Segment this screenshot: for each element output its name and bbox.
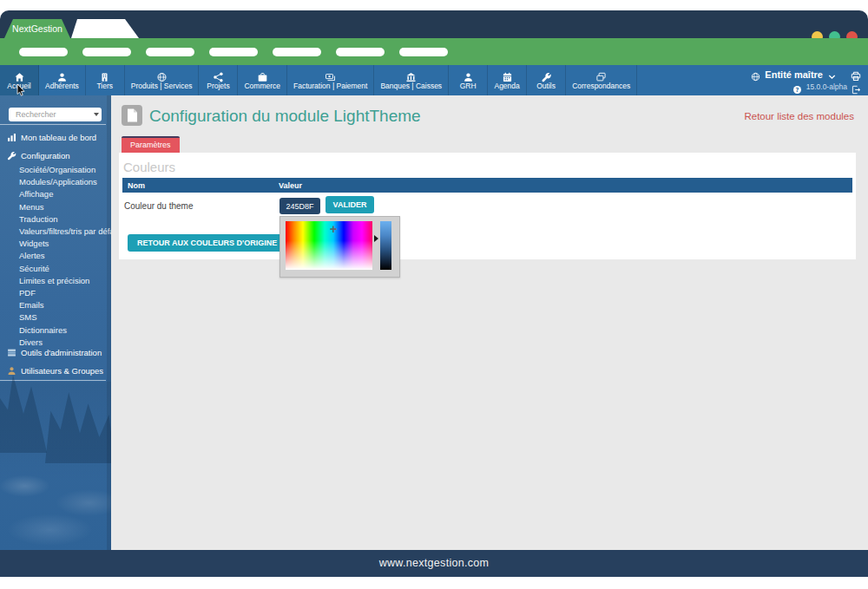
sidebar-subitem[interactable]: Affichage: [19, 188, 111, 200]
column-value: Valeur: [279, 181, 302, 190]
sidebar-search[interactable]: [9, 108, 102, 121]
sidebar-subitem[interactable]: Valeurs/filtres/tris par défaut: [19, 226, 111, 238]
chevron-down-icon[interactable]: [827, 69, 837, 79]
color-picker-popup: +: [279, 216, 400, 278]
topnav-item-label: GRH: [460, 82, 477, 90]
svg-text:?: ?: [795, 86, 799, 93]
topnav-item[interactable]: GRH: [449, 65, 488, 95]
sidebar-item[interactable]: Configuration: [7, 151, 70, 160]
topnav-item[interactable]: Produits | Services: [125, 65, 200, 95]
topnav-item-label: Correspondances: [572, 82, 630, 90]
topnav-item-label: Adhérents: [45, 82, 79, 90]
topnav-item[interactable]: Tiers: [86, 65, 125, 95]
wrench-icon: [541, 70, 552, 81]
topnav-item-label: Agenda: [494, 82, 519, 90]
sidebar-subitem[interactable]: PDF: [19, 287, 111, 299]
quick-menu-pill[interactable]: [336, 48, 385, 56]
mouse-cursor: [16, 84, 26, 97]
topnav-item[interactable]: Facturation | Paiement: [287, 65, 374, 95]
brand-tab[interactable]: NextGestion: [4, 19, 70, 38]
search-caret-icon[interactable]: [94, 113, 99, 116]
sidebar-item-label: Outils d'administration: [21, 348, 102, 357]
sidebar-item-label: Configuration: [21, 151, 70, 160]
tab-parametres[interactable]: Paramètres: [122, 136, 180, 153]
sidebar-subitem[interactable]: Divers: [19, 337, 111, 349]
quick-menu-pill[interactable]: [273, 48, 321, 56]
topnav-item-label: Outils: [536, 82, 556, 90]
topnav-item-label: Commerce: [244, 82, 280, 90]
column-name: Nom: [122, 181, 279, 190]
help-icon[interactable]: ?: [792, 82, 802, 92]
bank-icon: [405, 70, 417, 81]
app-body: Mon tableau de bordConfigurationSociété/…: [0, 95, 868, 550]
sidebar-subitem[interactable]: SMS: [19, 311, 111, 324]
sidebar-subitem[interactable]: Sécurité: [19, 263, 111, 275]
home-icon: [14, 70, 25, 81]
sidebar-subitem[interactable]: Widgets: [19, 238, 111, 250]
topnav-items: AccueilAdhérentsTiersProduits | Services…: [0, 65, 637, 95]
member-icon: [56, 70, 68, 81]
sidebar-item[interactable]: Mon tableau de bord: [7, 133, 96, 142]
brightness-slider[interactable]: [380, 221, 391, 270]
sidebar-item-label: Mon tableau de bord: [21, 133, 96, 142]
sidebar-subitem[interactable]: Limites et précision: [19, 275, 111, 287]
page-title: Configuration du module LightTheme: [149, 107, 421, 126]
application-window: NextGestion AccueilAdhérentsTiersProduit…: [0, 0, 868, 589]
table-header: Nom Valeur: [122, 178, 852, 193]
reset-colors-button[interactable]: RETOUR AUX COULEURS D'ORIGINE: [128, 234, 286, 252]
sidebar-subitem[interactable]: Alertes: [19, 250, 111, 262]
calendar-icon: [502, 70, 513, 81]
version-label: 15.0.0-alpha: [806, 82, 847, 91]
ghost-tab[interactable]: [71, 19, 139, 38]
printer-icon[interactable]: [851, 69, 861, 80]
topnav-item[interactable]: Outils: [527, 65, 566, 95]
entity-row: Entité maître: [751, 69, 861, 80]
money-icon: [325, 70, 336, 81]
quick-menu-pill[interactable]: [82, 48, 131, 56]
sidebar-subitem[interactable]: Menus: [19, 201, 111, 213]
saturation-gradient-area[interactable]: +: [286, 221, 372, 270]
sidebar-item[interactable]: Outils d'administration: [7, 348, 102, 357]
quick-menu-pill[interactable]: [209, 48, 258, 56]
topnav-item[interactable]: Correspondances: [566, 65, 637, 95]
sidebar-item[interactable]: Utilisateurs & Groupes: [7, 366, 103, 376]
topnav-item-label: Banques | Caisses: [380, 82, 442, 90]
sidebar-subitem[interactable]: Dictionnaires: [19, 324, 111, 337]
colors-panel: Couleurs Nom Valeur Couleur du theme VAL…: [119, 153, 856, 259]
topnav-item[interactable]: Projets: [199, 65, 238, 95]
topnav-item[interactable]: Commerce: [238, 65, 287, 95]
sidebar-subitem[interactable]: Société/Organisation: [19, 164, 111, 176]
tree-silhouette: [0, 375, 47, 453]
network-icon: [213, 70, 224, 81]
sidebar-item-label: Utilisateurs & Groupes: [21, 366, 103, 376]
quick-menu-pill[interactable]: [399, 48, 448, 56]
topnav-item[interactable]: Agenda: [488, 65, 527, 95]
topnav-item-label: Facturation | Paiement: [293, 82, 367, 90]
validate-button[interactable]: VALIDER: [326, 196, 374, 213]
logout-icon[interactable]: [852, 82, 861, 92]
tree-silhouette: [45, 389, 111, 463]
person-icon: [463, 70, 474, 81]
sidebar-subitem[interactable]: Traduction: [19, 213, 111, 226]
quick-menu-pill[interactable]: [19, 48, 68, 56]
sidebar-divider: [0, 124, 106, 125]
quick-menu-pill[interactable]: [146, 48, 194, 56]
main-content: Configuration du module LightTheme Retou…: [111, 95, 868, 550]
back-to-modules-link[interactable]: Retour liste des modules: [744, 111, 854, 121]
sidebar: Mon tableau de bordConfigurationSociété/…: [0, 95, 111, 550]
entity-selector[interactable]: Entité maître: [765, 69, 823, 80]
wrench-icon: [7, 151, 16, 160]
theme-color-label: Couleur du theme: [124, 201, 194, 211]
picker-crosshair-handle[interactable]: +: [330, 223, 337, 235]
sidebar-submenu: Société/OrganisationModules/Applications…: [19, 164, 111, 349]
topnav-item[interactable]: Banques | Caisses: [374, 65, 449, 95]
mail-stack-icon: [595, 70, 607, 81]
sidebar-subitem[interactable]: Modules/Applications: [19, 176, 111, 188]
sidebar-subitem[interactable]: Emails: [19, 299, 111, 311]
briefcase-icon: [257, 70, 268, 81]
search-input[interactable]: [14, 109, 92, 120]
chart-icon: [7, 133, 16, 142]
topnav-item[interactable]: Adhérents: [39, 65, 86, 95]
slider-arrow-handle[interactable]: [374, 235, 378, 242]
theme-color-input[interactable]: [279, 198, 320, 214]
